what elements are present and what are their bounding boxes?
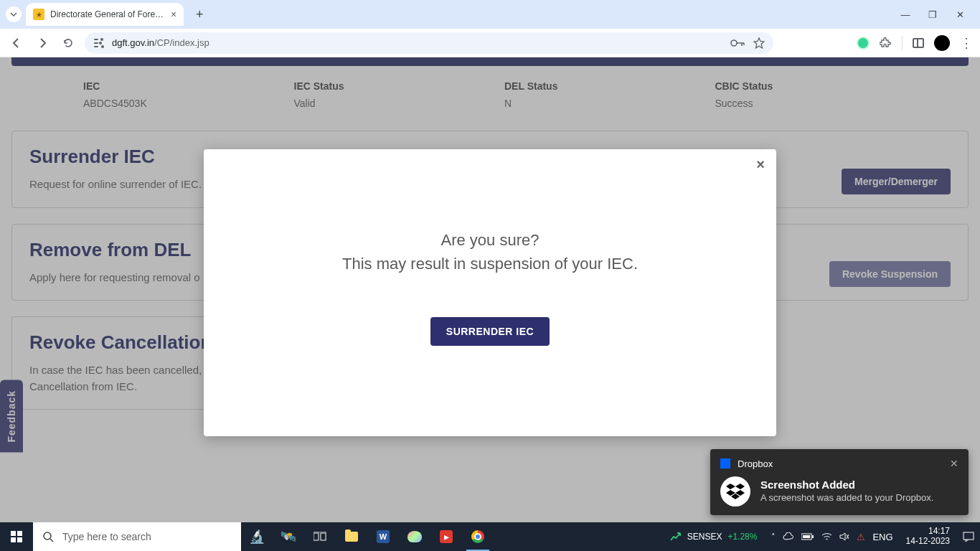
browser-tab-active[interactable]: ★ Directorate General of Foreign × [26, 3, 184, 26]
toast-close-button[interactable]: ✕ [950, 458, 958, 469]
search-icon [43, 532, 54, 542]
clock-date: 14-12-2023 [906, 537, 950, 547]
browser-toolbar: dgft.gov.in/CP/index.jsp ⋮ [0, 29, 980, 57]
svg-point-6 [731, 40, 737, 46]
tab-title: Directorate General of Foreign [50, 9, 165, 19]
file-explorer-button[interactable] [336, 522, 367, 551]
forward-button[interactable] [33, 34, 52, 52]
address-bar[interactable]: dgft.gov.in/CP/index.jsp [85, 32, 773, 54]
sensex-change: +1.28% [727, 532, 757, 542]
side-panel-button[interactable] [913, 38, 924, 48]
window-maximize-button[interactable]: ❐ [925, 9, 940, 20]
tray-wifi-icon[interactable] [821, 532, 832, 541]
tray-cloud-icon[interactable] [783, 532, 794, 541]
windows-taskbar: Type here to search 🔬 🛰️ W ▸ SENSEX +1.2… [0, 522, 980, 551]
toast-desc: A screenshot was added to your Dropbox. [760, 492, 933, 504]
taskbar-app-1[interactable]: 🔬 [241, 522, 273, 551]
svg-rect-9 [314, 533, 319, 540]
url-text: dgft.gov.in/CP/index.jsp [112, 37, 209, 48]
toast-title: Screenshot Added [760, 479, 933, 491]
toast-app-name: Dropbox [738, 458, 773, 469]
svg-rect-2 [94, 46, 98, 47]
reload-button[interactable] [59, 34, 77, 52]
page-viewport: IEC ABDCS4503K IEC Status Valid DEL Stat… [0, 57, 980, 522]
extension-green-icon[interactable] [857, 37, 870, 50]
svg-rect-14 [803, 535, 810, 538]
new-tab-button[interactable]: + [189, 4, 209, 24]
svg-point-5 [101, 45, 104, 48]
tray-overflow-icon[interactable]: ˄ [771, 532, 776, 542]
svg-point-3 [100, 38, 103, 41]
tab-search-button[interactable] [6, 6, 22, 22]
dropbox-toast[interactable]: Dropbox ✕ Screenshot Added A screenshot … [710, 449, 969, 515]
surrender-iec-confirm-button[interactable]: SURRENDER IEC [430, 317, 550, 346]
profile-avatar[interactable] [934, 35, 950, 51]
anydesk-button[interactable]: ▸ [430, 522, 462, 551]
task-view-button[interactable] [304, 522, 336, 551]
extensions-button[interactable] [880, 37, 892, 49]
modal-close-button[interactable]: × [756, 156, 765, 173]
window-close-button[interactable]: ✕ [953, 9, 967, 20]
taskbar-clock[interactable]: 14:17 14-12-2023 [899, 527, 957, 547]
word-button[interactable]: W [367, 522, 399, 551]
taskbar-search[interactable]: Type here to search [33, 522, 241, 551]
back-button[interactable] [7, 34, 26, 52]
start-button[interactable] [0, 522, 33, 551]
svg-rect-13 [812, 535, 814, 538]
chrome-menu-button[interactable]: ⋮ [960, 35, 973, 51]
modal-line2: This may result in suspension of your IE… [342, 252, 638, 276]
system-tray[interactable]: ˄ ⚠ ENG [765, 532, 898, 542]
dropbox-icon [720, 458, 730, 468]
sensex-widget[interactable]: SENSEX +1.28% [661, 532, 766, 542]
svg-rect-15 [963, 532, 974, 540]
action-center-button[interactable] [957, 532, 980, 542]
password-key-icon[interactable] [730, 39, 745, 47]
clock-time: 14:17 [928, 527, 950, 537]
modal-line1: Are you sure? [441, 228, 540, 252]
chrome-taskbar-button[interactable] [462, 522, 494, 551]
svg-point-7 [44, 532, 51, 540]
favicon-icon: ★ [33, 9, 44, 20]
tab-close-icon[interactable]: × [171, 9, 176, 20]
tray-security-icon[interactable]: ⚠ [857, 532, 865, 542]
svg-rect-0 [94, 39, 98, 40]
site-settings-icon[interactable] [93, 38, 105, 48]
search-placeholder: Type here to search [62, 531, 151, 542]
toolbar-divider [902, 36, 903, 50]
tray-volume-icon[interactable] [839, 532, 849, 541]
svg-line-8 [50, 539, 53, 542]
stock-chart-icon [670, 532, 682, 542]
paint-button[interactable] [399, 522, 430, 551]
svg-rect-1 [94, 42, 98, 44]
tray-language[interactable]: ENG [872, 532, 892, 542]
svg-point-4 [99, 42, 102, 44]
taskbar-app-2[interactable]: 🛰️ [273, 522, 304, 551]
browser-tab-strip: ★ Directorate General of Foreign × + ― ❐… [0, 0, 980, 29]
window-minimize-button[interactable]: ― [898, 9, 913, 20]
dropbox-logo-icon [720, 476, 750, 507]
bookmark-star-icon[interactable] [753, 37, 765, 49]
confirm-surrender-modal: × Are you sure? This may result in suspe… [204, 149, 776, 436]
sensex-label: SENSEX [687, 532, 722, 542]
svg-rect-10 [321, 533, 326, 540]
tray-battery-icon[interactable] [801, 533, 814, 540]
